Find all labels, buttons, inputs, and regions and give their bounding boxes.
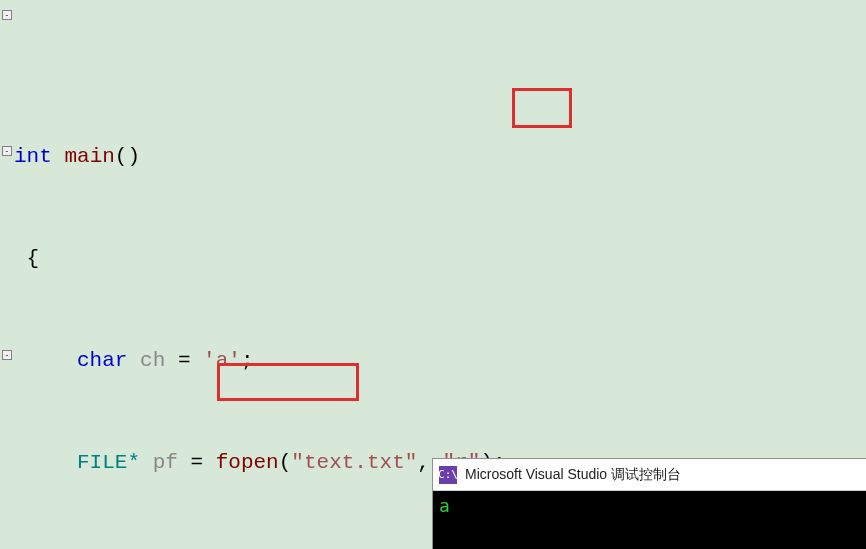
ident-main: main (64, 145, 114, 168)
op-eq: = (178, 349, 191, 372)
console-icon: C:\ (439, 466, 457, 484)
console-title: Microsoft Visual Studio 调试控制台 (465, 466, 681, 484)
op-star: * (127, 451, 140, 474)
keyword-int: int (14, 145, 52, 168)
ident-pf: pf (153, 451, 178, 474)
brace: { (27, 247, 40, 270)
char-literal: 'a' (203, 349, 241, 372)
string-literal: "text.txt" (291, 451, 417, 474)
code-line[interactable]: char ch = 'a'; (0, 344, 866, 378)
op-eq: = (190, 451, 203, 474)
code-line[interactable]: int main() (0, 140, 866, 174)
code-line[interactable]: { (0, 242, 866, 276)
ident-ch: ch (140, 349, 165, 372)
func-fopen: fopen (216, 451, 279, 474)
semicolon: ; (241, 349, 254, 372)
console-output[interactable]: a (433, 491, 866, 549)
keyword-char: char (77, 349, 127, 372)
console-output-text: a (439, 495, 450, 516)
fold-icon[interactable]: - (2, 10, 12, 20)
type-file: FILE (77, 451, 127, 474)
paren: ( (279, 451, 292, 474)
debug-console-window[interactable]: C:\ Microsoft Visual Studio 调试控制台 a (432, 458, 866, 549)
parens: () (115, 145, 140, 168)
console-title-bar[interactable]: C:\ Microsoft Visual Studio 调试控制台 (433, 459, 866, 491)
